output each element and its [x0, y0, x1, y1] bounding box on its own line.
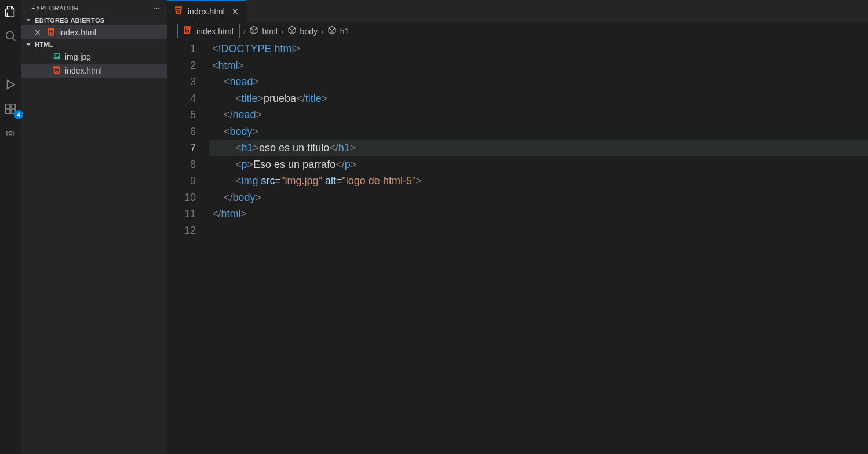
line-number: 11 — [167, 206, 196, 222]
explorer-icon[interactable] — [3, 5, 17, 19]
svg-rect-1 — [6, 104, 10, 108]
code-line[interactable]: <p>Eso es un parrafo</p> — [209, 156, 868, 173]
line-number: 5 — [167, 107, 196, 123]
code-line[interactable]: <title>prueba</title> — [209, 90, 868, 107]
svg-rect-4 — [11, 104, 15, 108]
close-icon[interactable]: ✕ — [32, 27, 43, 38]
file-item[interactable]: index.html — [21, 64, 167, 78]
tab-index-html[interactable]: index.html ✕ — [167, 0, 246, 22]
chevron-right-icon: › — [243, 27, 246, 36]
breadcrumb-item[interactable]: h1 — [327, 25, 349, 36]
breadcrumb-label: index.html — [196, 27, 234, 36]
extensions-icon[interactable]: 4 — [3, 102, 17, 116]
activity-bar: 4 — [0, 0, 21, 454]
open-editors-header[interactable]: EDITORES ABIERTOS — [21, 15, 167, 25]
line-number: 3 — [167, 74, 196, 90]
line-number: 2 — [167, 57, 196, 74]
breadcrumb-item[interactable]: index.html — [177, 24, 240, 38]
svg-point-5 — [9, 131, 12, 135]
line-number: 8 — [167, 156, 196, 173]
cube-icon — [327, 25, 337, 36]
code-line[interactable]: <head> — [209, 74, 868, 90]
explorer-header: EXPLORADOR ··· — [21, 0, 167, 15]
code-line[interactable]: <body> — [209, 123, 868, 140]
live-icon[interactable] — [3, 126, 17, 140]
extensions-badge: 4 — [14, 110, 23, 119]
breadcrumb-label: html — [262, 27, 277, 36]
html5-icon — [52, 65, 61, 76]
chevron-down-icon — [24, 16, 32, 24]
code-line[interactable]: </html> — [209, 206, 868, 222]
file-name: img.jpg — [65, 52, 91, 61]
explorer-panel: EXPLORADOR ··· EDITORES ABIERTOS ✕ index… — [21, 0, 167, 454]
svg-rect-2 — [6, 109, 10, 114]
code-editor[interactable]: 123456789101112 <!DOCTYPE html><html> <h… — [167, 39, 868, 454]
html5-icon — [174, 6, 183, 17]
line-number: 1 — [167, 41, 196, 57]
code-line[interactable] — [209, 222, 868, 239]
breadcrumb-label: body — [300, 27, 318, 36]
breadcrumb-label: h1 — [340, 27, 349, 36]
tab-label: index.html — [188, 7, 225, 16]
search-icon[interactable] — [3, 29, 17, 43]
svg-point-0 — [6, 32, 14, 39]
line-number: 10 — [167, 189, 196, 206]
code-content[interactable]: <!DOCTYPE html><html> <head> <title>prue… — [209, 41, 868, 454]
tab-bar: index.html ✕ — [167, 0, 868, 22]
open-editors-title: EDITORES ABIERTOS — [35, 17, 104, 24]
cube-icon — [249, 25, 258, 36]
code-line[interactable]: <!DOCTYPE html> — [209, 41, 868, 57]
line-number: 12 — [167, 222, 196, 239]
code-line[interactable]: <img src="img.jpg" alt="logo de html-5"> — [209, 173, 868, 189]
line-number: 6 — [167, 123, 196, 140]
breadcrumbs[interactable]: index.html › html › body › h1 — [167, 22, 868, 39]
folder-title: HTML — [35, 41, 53, 48]
chevron-down-icon — [24, 41, 32, 49]
breadcrumb-item[interactable]: body — [287, 25, 318, 36]
chevron-right-icon: › — [321, 27, 324, 36]
code-line[interactable]: </head> — [209, 107, 868, 123]
chevron-right-icon: › — [281, 27, 284, 36]
code-line[interactable]: <h1>eso es un titulo</h1> — [209, 140, 868, 156]
breadcrumb-item[interactable]: html — [249, 25, 277, 36]
open-editor-item[interactable]: ✕ index.html — [21, 25, 167, 39]
cube-icon — [287, 25, 297, 36]
editor-area: index.html ✕ index.html › html › body › … — [167, 0, 868, 454]
file-name: index.html — [59, 28, 96, 37]
more-icon[interactable]: ··· — [153, 5, 160, 11]
file-item[interactable]: img.jpg — [21, 50, 167, 64]
line-number: 7 — [167, 140, 196, 156]
line-number: 4 — [167, 90, 196, 107]
code-line[interactable]: </body> — [209, 189, 868, 206]
folder-header[interactable]: HTML — [21, 39, 167, 50]
file-name: index.html — [65, 66, 102, 75]
html5-icon — [183, 25, 192, 36]
explorer-title: EXPLORADOR — [31, 5, 79, 12]
line-number: 9 — [167, 173, 196, 189]
close-icon[interactable]: ✕ — [229, 7, 239, 16]
image-icon — [52, 52, 61, 63]
source-control-icon[interactable] — [3, 53, 17, 67]
code-line[interactable]: <html> — [209, 57, 868, 74]
line-number-gutter: 123456789101112 — [167, 41, 209, 454]
html5-icon — [46, 27, 56, 38]
run-icon[interactable] — [3, 78, 17, 91]
